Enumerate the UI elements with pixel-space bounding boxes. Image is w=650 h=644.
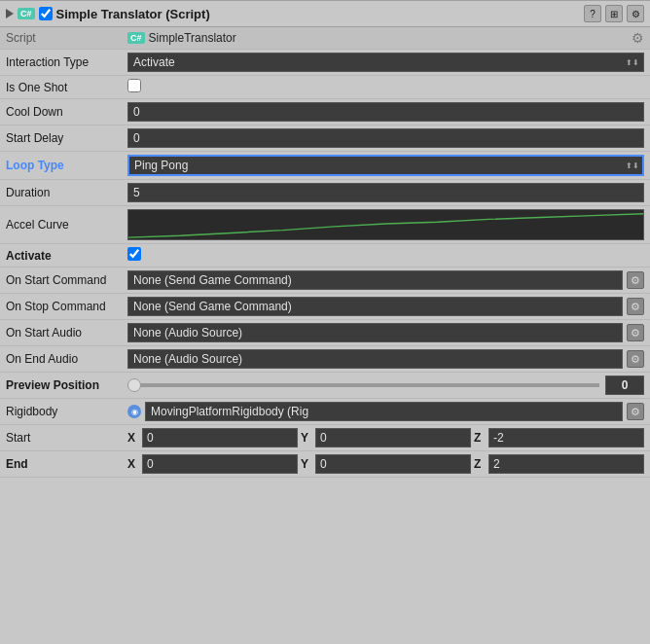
on-start-command-row: On Start Command ⚙ [0, 268, 650, 294]
on-start-audio-input[interactable] [127, 323, 623, 342]
end-row: End X Y Z [0, 451, 650, 478]
on-end-audio-label: On End Audio [0, 346, 122, 373]
end-x-label: X [127, 457, 139, 471]
component-title: Simple Translator (Script) [56, 7, 580, 21]
start-delay-label: Start Delay [0, 125, 122, 152]
on-start-command-cell: ⚙ [122, 268, 650, 294]
on-start-command-row-inner: ⚙ [127, 270, 644, 290]
accel-curve-label: Accel Curve [0, 206, 122, 244]
rigidbody-input[interactable] [145, 402, 623, 421]
rigidbody-row: Rigidbody ◉ ⚙ [0, 399, 650, 425]
loop-type-select[interactable]: Ping Pong [127, 155, 644, 176]
on-end-audio-cell: ⚙ [122, 346, 650, 373]
start-z-input[interactable] [488, 428, 644, 447]
on-stop-command-label: On Stop Command [0, 294, 122, 320]
activate-checkbox[interactable] [127, 247, 141, 261]
duration-input[interactable] [127, 183, 644, 202]
csharp-badge: C# [18, 8, 35, 19]
interaction-type-cell: Activate [122, 50, 650, 76]
start-xyz-row: X Y Z [127, 428, 644, 447]
start-x-input[interactable] [142, 428, 298, 447]
on-stop-command-cell: ⚙ [122, 294, 650, 320]
preview-position-cell [122, 373, 650, 399]
on-start-audio-label: On Start Audio [0, 320, 122, 346]
expand-button[interactable]: ⊞ [605, 5, 623, 22]
on-end-audio-gear[interactable]: ⚙ [627, 350, 644, 368]
on-start-command-label: On Start Command [0, 268, 122, 294]
start-delay-row: Start Delay [0, 125, 650, 152]
on-stop-command-row: On Stop Command ⚙ [0, 294, 650, 320]
on-start-audio-gear[interactable]: ⚙ [627, 324, 644, 341]
component-enabled-checkbox[interactable] [39, 7, 53, 20]
on-start-audio-row: On Start Audio ⚙ [0, 320, 650, 346]
rigidbody-gear[interactable]: ⚙ [627, 403, 644, 420]
on-start-audio-cell: ⚙ [122, 320, 650, 346]
interaction-type-row: Interaction Type Activate [0, 50, 650, 76]
script-value-cell: C# SimpleTranslator ⚙ [122, 27, 650, 50]
properties-table: Script C# SimpleTranslator ⚙ Interaction… [0, 27, 650, 478]
script-value: C# SimpleTranslator ⚙ [127, 30, 644, 46]
cool-down-input[interactable] [127, 102, 644, 122]
is-one-shot-cell [122, 76, 650, 99]
preview-position-row: Preview Position [0, 373, 650, 399]
end-x-input[interactable] [142, 454, 298, 474]
rigidbody-cell: ◉ ⚙ [122, 399, 650, 425]
start-y-label: Y [301, 431, 312, 445]
loop-type-cell: Ping Pong [122, 152, 650, 180]
header-icons: ? ⊞ ⚙ [584, 5, 644, 22]
rigidbody-label: Rigidbody [0, 399, 122, 425]
preview-position-slider[interactable] [127, 383, 599, 387]
accel-curve-canvas[interactable] [127, 209, 644, 240]
on-end-audio-input[interactable] [127, 349, 623, 369]
loop-type-row: Loop Type Ping Pong [0, 152, 650, 180]
accel-curve-row: Accel Curve [0, 206, 650, 244]
on-stop-command-row-inner: ⚙ [127, 297, 644, 316]
help-button[interactable]: ? [584, 5, 601, 22]
collapse-triangle[interactable] [6, 9, 14, 18]
end-y-input[interactable] [315, 454, 471, 474]
activate-cell [122, 244, 650, 268]
is-one-shot-label: Is One Shot [0, 76, 122, 99]
duration-cell [122, 180, 650, 206]
interaction-type-select-wrapper: Activate [127, 53, 644, 72]
activate-label: Activate [0, 244, 122, 268]
start-x-label: X [127, 431, 139, 445]
is-one-shot-checkbox[interactable] [127, 79, 141, 92]
start-delay-cell [122, 125, 650, 152]
duration-label: Duration [0, 180, 122, 206]
on-end-audio-row: On End Audio ⚙ [0, 346, 650, 373]
loop-type-select-wrapper: Ping Pong [127, 155, 644, 176]
end-z-input[interactable] [488, 454, 644, 474]
on-stop-command-input[interactable] [127, 297, 623, 316]
end-xyz-row: X Y Z [127, 454, 644, 474]
on-start-command-gear[interactable]: ⚙ [627, 271, 644, 289]
accel-curve-cell [122, 206, 650, 244]
start-y-input[interactable] [315, 428, 471, 447]
preview-position-label: Preview Position [0, 373, 122, 399]
on-end-audio-row-inner: ⚙ [127, 349, 644, 369]
start-row: Start X Y Z [0, 425, 650, 451]
start-label: Start [0, 425, 122, 451]
script-label: Script [0, 27, 122, 50]
on-start-command-input[interactable] [127, 270, 623, 290]
interaction-type-select[interactable]: Activate [127, 53, 644, 72]
script-gear-icon[interactable]: ⚙ [632, 30, 644, 46]
component-header: C# Simple Translator (Script) ? ⊞ ⚙ [0, 0, 650, 27]
end-y-label: Y [301, 457, 312, 471]
interaction-type-label: Interaction Type [0, 50, 122, 76]
on-stop-command-gear[interactable]: ⚙ [627, 298, 644, 315]
preview-position-value[interactable] [605, 376, 644, 395]
settings-button[interactable]: ⚙ [627, 5, 644, 22]
start-z-label: Z [474, 431, 486, 445]
script-cs-badge: C# [127, 32, 145, 44]
duration-row: Duration [0, 180, 650, 206]
start-cell: X Y Z [122, 425, 650, 451]
end-z-label: Z [474, 457, 486, 471]
end-cell: X Y Z [122, 451, 650, 478]
on-start-audio-row-inner: ⚙ [127, 323, 644, 342]
rigidbody-row-inner: ◉ ⚙ [127, 402, 644, 421]
preview-position-inner [127, 376, 644, 395]
activate-row: Activate [0, 244, 650, 268]
is-one-shot-row: Is One Shot [0, 76, 650, 99]
start-delay-input[interactable] [127, 128, 644, 148]
